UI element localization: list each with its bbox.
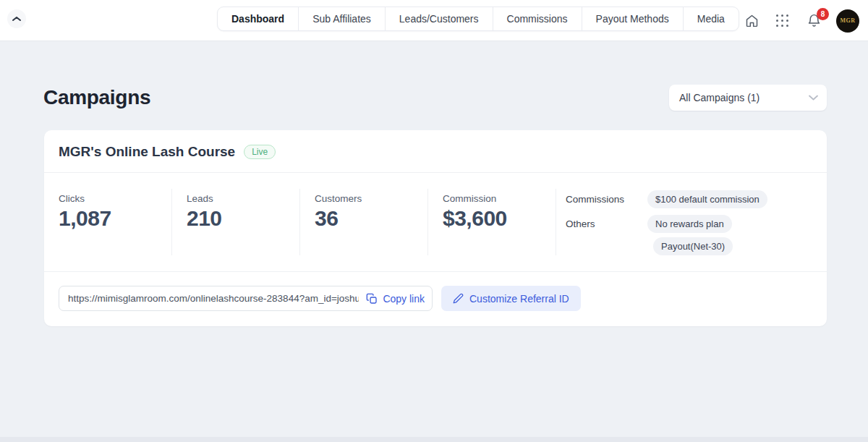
referral-url-box: Copy link	[59, 286, 433, 311]
stat-clicks-label: Clicks	[59, 193, 171, 204]
tab-dashboard[interactable]: Dashboard	[218, 7, 299, 30]
page-head: Campaigns All Campaigns (1)	[43, 85, 827, 111]
topbar-actions: 8 MGR	[743, 0, 859, 41]
stat-leads: Leads 210	[172, 189, 300, 255]
apps-grid-icon	[776, 14, 789, 27]
pencil-icon	[453, 293, 464, 304]
avatar-logo-text: MGR	[840, 17, 855, 24]
chevron-up-icon	[12, 16, 21, 22]
campaign-card: MGR's Online Lash Course Live Clicks 1,0…	[44, 130, 827, 326]
stat-customers-label: Customers	[315, 193, 427, 204]
tab-media[interactable]: Media	[684, 7, 739, 30]
copy-icon	[366, 293, 378, 305]
stat-leads-value: 210	[187, 206, 299, 230]
tab-commissions[interactable]: Commissions	[493, 7, 582, 30]
stat-leads-label: Leads	[187, 193, 299, 204]
tab-leads-customers[interactable]: Leads/Customers	[386, 7, 493, 30]
copy-link-label: Copy link	[383, 293, 425, 305]
notifications-button[interactable]: 8	[805, 12, 822, 30]
commission-rule-pill: $100 default commission	[647, 190, 767, 208]
stat-commission-value: $3,600	[443, 206, 556, 230]
main-content: Campaigns All Campaigns (1) MGR's Online…	[0, 85, 868, 326]
notification-badge: 8	[817, 8, 829, 20]
customize-referral-id-button[interactable]: Customize Referral ID	[441, 286, 581, 311]
stat-customers: Customers 36	[300, 189, 428, 255]
detail-row-others: Others No rewards plan Payout(Net-30)	[566, 215, 812, 255]
campaigns-filter-value: All Campaigns (1)	[679, 92, 760, 103]
campaign-name: MGR's Online Lash Course	[59, 144, 235, 160]
stat-customers-value: 36	[315, 206, 427, 230]
apps-grid-button[interactable]	[774, 12, 791, 30]
collapse-button[interactable]	[7, 9, 26, 28]
campaign-details: Commissions $100 default commission Othe…	[556, 189, 812, 255]
stat-clicks: Clicks 1,087	[59, 189, 172, 255]
stat-commission: Commission $3,600	[428, 189, 556, 255]
detail-row-commissions: Commissions $100 default commission	[566, 190, 812, 208]
stat-clicks-value: 1,087	[59, 206, 171, 230]
campaign-card-head: MGR's Online Lash Course Live	[44, 130, 827, 172]
home-icon	[744, 13, 760, 28]
tab-sub-affiliates[interactable]: Sub Affiliates	[299, 7, 386, 30]
status-badge: Live	[244, 145, 276, 159]
copy-link-button[interactable]: Copy link	[359, 293, 425, 305]
campaigns-filter-dropdown[interactable]: All Campaigns (1)	[669, 85, 827, 111]
others-label: Others	[566, 215, 647, 229]
bottom-edge	[0, 437, 868, 442]
tab-payout-methods[interactable]: Payout Methods	[582, 7, 684, 30]
stat-commission-label: Commission	[443, 193, 556, 204]
chevron-down-icon	[809, 95, 818, 101]
commissions-label: Commissions	[566, 190, 647, 205]
customize-referral-id-label: Customize Referral ID	[469, 293, 569, 305]
rewards-plan-pill: No rewards plan	[647, 215, 732, 233]
avatar[interactable]: MGR	[836, 9, 859, 33]
home-button[interactable]	[743, 12, 760, 30]
tab-bar: Dashboard Sub Affiliates Leads/Customers…	[217, 7, 739, 31]
stats-row: Clicks 1,087 Leads 210 Customers 36 Comm…	[44, 172, 827, 272]
referral-url-input[interactable]	[68, 293, 359, 304]
page-title: Campaigns	[43, 86, 150, 109]
top-bar: Dashboard Sub Affiliates Leads/Customers…	[0, 0, 868, 41]
payout-terms-pill: Payout(Net-30)	[653, 237, 733, 255]
referral-link-row: Copy link Customize Referral ID	[44, 272, 827, 326]
